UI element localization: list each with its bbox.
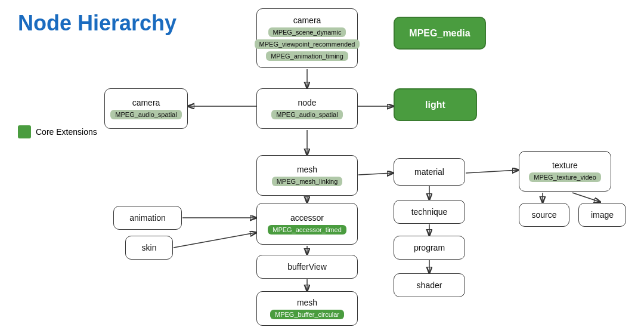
svg-line-10 (572, 193, 599, 202)
texture-ext1: MPEG_texture_video (529, 172, 601, 182)
node-material: material (394, 158, 465, 186)
skin-label: skin (142, 243, 157, 252)
node-texture: texture MPEG_texture_video (519, 151, 611, 192)
mesh-bottom-label: mesh (297, 298, 317, 307)
accessor-label: accessor (290, 213, 324, 223)
source-label: source (531, 210, 556, 220)
legend: Core Extensions (18, 125, 97, 138)
camera-top-ext3: MPEG_animation_timing (266, 51, 348, 61)
node-technique: technique (394, 200, 465, 224)
node-mesh-bottom: mesh MPEG_buffer_circular (256, 291, 358, 326)
light-label: light (425, 100, 445, 110)
mpeg-media-label: MPEG_media (409, 28, 470, 39)
svg-line-4 (358, 173, 392, 175)
node-bufferview: bufferView (256, 255, 358, 279)
node-accessor: accessor MPEG_accessor_timed (256, 203, 358, 245)
node-image: image (578, 203, 626, 227)
bufferview-label: bufferView (287, 262, 327, 272)
node-light: light (394, 88, 477, 121)
mesh-label: mesh (297, 165, 317, 174)
material-label: material (414, 167, 444, 177)
texture-label: texture (552, 161, 578, 170)
node-source: source (519, 203, 569, 227)
camera-left-ext1: MPEG_audio_spatial (110, 110, 181, 119)
node-mesh: mesh MPEG_mesh_linking (256, 155, 358, 196)
legend-color-box (18, 125, 31, 138)
accessor-ext1: MPEG_accessor_timed (268, 225, 346, 235)
program-label: program (414, 243, 445, 252)
svg-line-13 (174, 233, 255, 248)
page-title: Node Hierarchy (18, 11, 177, 36)
svg-line-5 (466, 170, 518, 173)
node-animation: animation (113, 206, 182, 230)
node-mpeg-media: MPEG_media (394, 17, 486, 50)
node-program: program (394, 236, 465, 260)
mesh-ext1: MPEG_mesh_linking (272, 177, 343, 186)
node-node-center: node MPEG_audio_spatial (256, 88, 358, 129)
node-center-ext1: MPEG_audio_spatial (271, 110, 342, 119)
node-skin: skin (125, 236, 173, 260)
node-shader: shader (394, 273, 465, 297)
image-label: image (591, 210, 614, 220)
node-camera-top: camera MPEG_scene_dynamic MPEG_viewpoint… (256, 8, 358, 68)
camera-top-ext2: MPEG_viewpoint_recommended (255, 39, 360, 49)
node-center-label: node (298, 98, 316, 107)
camera-top-label: camera (293, 16, 321, 25)
shader-label: shader (417, 280, 442, 290)
technique-label: technique (411, 207, 448, 217)
animation-label: animation (129, 213, 166, 223)
camera-left-label: camera (132, 98, 160, 107)
node-camera-left: camera MPEG_audio_spatial (104, 88, 188, 129)
camera-top-ext1: MPEG_scene_dynamic (268, 27, 346, 37)
mesh-bottom-ext1: MPEG_buffer_circular (270, 310, 344, 319)
legend-label: Core Extensions (36, 127, 97, 137)
